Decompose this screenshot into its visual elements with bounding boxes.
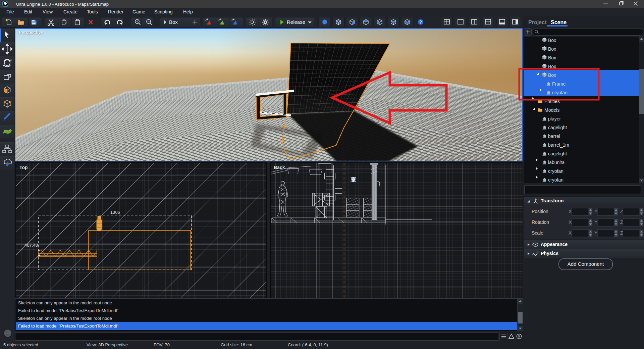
- svg-text:1306: 1306: [110, 210, 120, 215]
- svg-text:467.48: 467.48: [24, 243, 38, 248]
- svg-text:Release: Release: [287, 19, 305, 25]
- svg-text:Box: Box: [169, 19, 178, 25]
- svg-text:?: ?: [419, 20, 422, 24]
